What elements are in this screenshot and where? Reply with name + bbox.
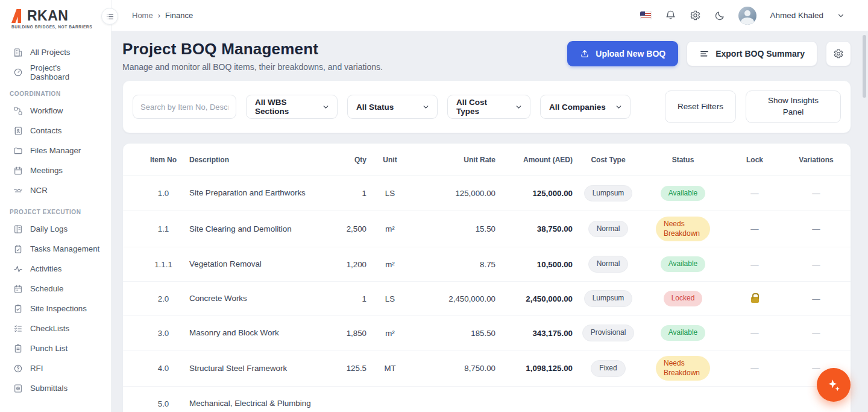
column-qty: Qty (323, 156, 366, 164)
sidebar-item-label: NCR (30, 186, 48, 195)
table-row[interactable]: 1.0 Site Preparation and Earthworks 1 LS… (123, 176, 851, 211)
language-us-flag-icon[interactable] (640, 11, 652, 19)
gear-icon[interactable] (690, 10, 701, 21)
sidebar-item-site-inspections[interactable]: Site Inspections (8, 299, 105, 319)
breadcrumb-separator: › (158, 11, 160, 20)
cost-type-badge: Fixed (591, 360, 625, 377)
sidebar-item-label: Tasks Management (30, 244, 99, 253)
sidebar-item-punch-list[interactable]: Punch List (8, 338, 105, 358)
cell-item-no: 2.0 (137, 294, 189, 303)
sidebar-item-contacts[interactable]: Contacts (8, 121, 105, 141)
rfi-question-icon (13, 364, 23, 373)
reset-filters-button[interactable]: Reset Filters (665, 90, 736, 123)
sidebar-collapse-button[interactable] (101, 8, 118, 25)
cell-item-no: 1.0 (137, 189, 189, 198)
upload-new-boq-button[interactable]: Upload New BOQ (567, 41, 678, 66)
export-boq-summary-button[interactable]: Export BOQ Summary (687, 41, 817, 66)
status-badge: Available (661, 325, 705, 341)
bell-icon[interactable] (665, 10, 676, 21)
dashboard-icon (13, 68, 23, 77)
brand-wordmark: RKAN (27, 9, 68, 23)
upload-icon (580, 49, 590, 59)
cell-description: Masonry and Block Work (189, 327, 319, 339)
cell-lock: — (722, 364, 787, 373)
calendar-icon (13, 166, 23, 176)
moon-icon[interactable] (714, 10, 725, 21)
cost-type-badge: Lumpsum (584, 185, 633, 202)
page-title: Project BOQ Management (122, 40, 383, 59)
inspection-icon (13, 304, 23, 314)
sidebar-item-project-s-dashboard[interactable]: Project's Dashboard (8, 62, 105, 82)
cell-qty: 1,850 (323, 329, 366, 338)
chevron-down-icon[interactable] (837, 11, 845, 20)
sidebar-item-label: Activities (30, 264, 61, 273)
column-status: Status (644, 156, 722, 164)
sidebar-primary-items: All Projects Project's Dashboard (8, 42, 105, 82)
column-item-no: Item No (150, 156, 177, 164)
checklist-icon (13, 324, 23, 334)
sidebar-nav: All Projects Project's Dashboard COORDIN… (8, 42, 105, 398)
sidebar-item-label: Files Manager (30, 146, 81, 155)
filter-dropdown-all-companies[interactable]: All Companies (540, 95, 631, 119)
sidebar-item-checklists[interactable]: CheckLists (8, 319, 105, 338)
vertical-scrollbar-thumb[interactable] (863, 35, 866, 98)
filter-dropdown-all-status[interactable]: All Status (347, 95, 438, 119)
sidebar-item-label: Project's Dashboard (30, 63, 100, 81)
table-row[interactable]: 3.0 Masonry and Block Work 1,850 m² 185.… (123, 315, 851, 350)
sidebar-item-ncr[interactable]: NCR (8, 180, 105, 200)
sidebar-item-meetings[interactable]: Meetings (8, 160, 105, 180)
table-row[interactable]: 1.1.1 Vegetation Removal 1,200 m² 8.75 1… (123, 247, 851, 281)
boq-table-body: 1.0 Site Preparation and Earthworks 1 LS… (123, 176, 851, 412)
cell-amount: 38,750.00 (495, 224, 573, 233)
sidebar-item-activities[interactable]: Activities (8, 259, 105, 279)
sidebar-item-files-manager[interactable]: Files Manager (8, 141, 105, 160)
workflow-icon (13, 106, 23, 116)
column-amount: Amount (AED) (495, 156, 573, 164)
filter-dropdown-all-wbs-sections[interactable]: All WBS Sections (246, 95, 338, 119)
cell-unit: m² (366, 260, 414, 269)
sidebar-item-tasks-management[interactable]: Tasks Management (8, 239, 105, 259)
export-lines-icon (699, 49, 709, 59)
table-row[interactable]: 5.0 Mechanical, Electrical & Plumbing (123, 386, 851, 412)
cell-item-no: 1.1 (137, 224, 189, 233)
status-badge: Needs Breakdown (656, 356, 710, 381)
sidebar-item-daily-logs[interactable]: Daily Logs (8, 219, 105, 239)
user-avatar[interactable] (738, 7, 756, 25)
cell-unit: m² (366, 329, 414, 338)
table-row[interactable]: 4.0 Structural Steel Framework 125.5 MT … (123, 350, 851, 386)
cell-description: Concrete Works (189, 293, 319, 305)
search-input[interactable] (133, 95, 236, 119)
cell-variations: — (787, 294, 845, 303)
filter-dropdown-all-cost-types[interactable]: All Cost Types (447, 95, 530, 119)
table-row[interactable]: 1.1 Site Clearing and Demolition 2,500 m… (123, 211, 851, 247)
submittals-icon (13, 384, 23, 393)
cost-type-badge: Normal (588, 221, 629, 238)
cell-unit-rate: 8.75 (414, 260, 495, 269)
ai-assistant-fab[interactable] (817, 368, 851, 402)
cell-qty: 1 (323, 294, 366, 303)
gear-icon (833, 48, 844, 59)
cell-unit: LS (366, 294, 414, 303)
cell-description: Structural Steel Framework (189, 363, 319, 375)
punch-list-icon (13, 344, 23, 353)
sidebar-item-rfi[interactable]: RFI (8, 358, 105, 378)
building-icon (13, 48, 23, 57)
cell-lock: — (722, 189, 787, 198)
sidebar-item-label: CheckLists (30, 324, 69, 333)
sidebar-section-label: PROJECT EXECUTION (10, 209, 105, 215)
table-settings-gear-button[interactable] (826, 41, 851, 66)
sidebar-item-all-projects[interactable]: All Projects (8, 42, 105, 62)
sidebar-item-schedule[interactable]: Schedule (8, 279, 105, 299)
sidebar-item-workflow[interactable]: Workflow (8, 101, 105, 121)
user-name[interactable]: Ahmed Khaled (770, 11, 823, 20)
show-insights-panel-button[interactable]: Show Insights Panel (746, 90, 841, 123)
breadcrumb-current[interactable]: Finance (165, 11, 193, 20)
sidebar-item-label: Meetings (30, 166, 63, 175)
breadcrumb-home-link[interactable]: Home (132, 11, 153, 20)
sidebar-item-submittals[interactable]: Submittals (8, 378, 105, 398)
cell-lock: — (722, 260, 787, 269)
cell-item-no: 3.0 (137, 329, 189, 338)
ncr-waves-icon (13, 186, 23, 195)
table-row[interactable]: 2.0 Concrete Works 1 LS 2,450,000.00 2,4… (123, 281, 851, 315)
status-badge: Locked (664, 291, 703, 306)
